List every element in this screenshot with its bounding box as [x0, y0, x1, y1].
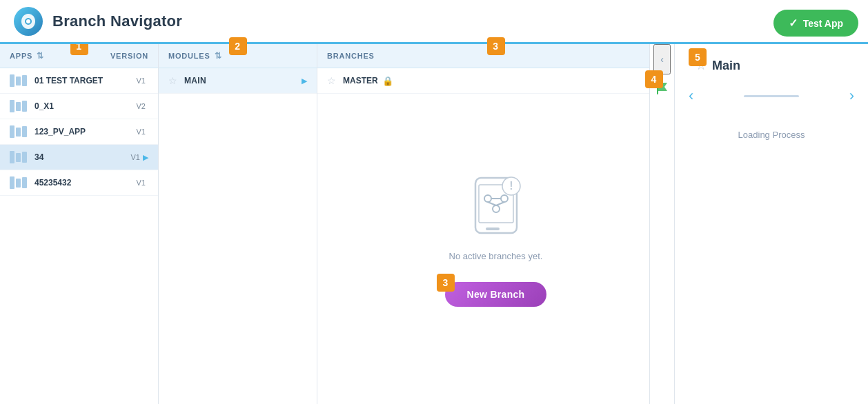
modules-panel-header: 2 MODULES ⇅	[159, 44, 317, 68]
module-name: MAIN	[184, 76, 302, 85]
svg-rect-3	[486, 228, 500, 230]
lock-icon: 🔒	[382, 76, 393, 86]
step-badge-5: 5	[689, 48, 707, 66]
step-badge-2: 2	[229, 37, 247, 55]
svg-point-5	[501, 195, 508, 202]
new-branch-label: New Branch	[467, 289, 525, 300]
app-icon	[10, 99, 29, 113]
preview-panel: 5 ☆ Main ‹ › Loading Process	[675, 44, 868, 404]
app-title: Branch Navigator	[52, 12, 182, 30]
svg-point-0	[26, 19, 30, 23]
branch-right-actions: ‹ 4	[649, 44, 674, 404]
modules-list: ☆ MAIN ▶	[159, 68, 317, 404]
app-header: Branch Navigator ✓ Test App	[0, 0, 868, 44]
app-icon	[10, 150, 29, 164]
app-row-selected[interactable]: 34 V1 ▶	[0, 145, 158, 170]
branch-row[interactable]: ☆ MASTER 🔒	[317, 68, 674, 94]
app-name: 45235432	[34, 178, 137, 188]
svg-line-8	[488, 202, 496, 205]
preview-title: Main	[712, 59, 740, 73]
logo-icon	[19, 12, 37, 30]
app-icon	[10, 74, 29, 88]
test-app-label: Test App	[803, 18, 843, 29]
app-name: 123_PV_APP	[34, 127, 137, 137]
svg-text:!: !	[509, 180, 513, 192]
modules-sort-icon[interactable]: ⇅	[215, 51, 222, 61]
app-name: 34	[34, 152, 131, 162]
modules-panel: 2 MODULES ⇅ ☆ MAIN ▶	[159, 44, 317, 404]
branches-empty-state: ! No active branches yet. 3 New Branch	[317, 94, 674, 404]
app-icon	[10, 125, 29, 139]
preview-prev-button[interactable]: ‹	[689, 87, 693, 105]
app-version: V2	[137, 102, 146, 110]
new-branch-button[interactable]: 3 New Branch	[445, 282, 547, 307]
module-row-selected[interactable]: ☆ MAIN ▶	[159, 68, 317, 94]
app-row[interactable]: 123_PV_APP V1	[0, 119, 158, 145]
arrow-right-icon: ▶	[143, 153, 148, 162]
step-badge-4: 4	[645, 70, 663, 88]
apps-panel: 1 APPS ⇅ VERSION 01 TEST TARGET V1 0_X1 …	[0, 44, 159, 404]
test-app-button[interactable]: ✓ Test App	[773, 10, 858, 37]
app-version: V1	[131, 153, 140, 161]
preview-placeholder	[744, 95, 799, 97]
check-icon: ✓	[789, 17, 798, 30]
star-icon: ☆	[168, 75, 177, 86]
empty-branches-text: No active branches yet.	[449, 251, 543, 261]
modules-header-label: MODULES	[168, 52, 210, 60]
preview-header: 5 ☆ Main	[682, 58, 861, 73]
branches-panel: 3 BRANCHES ⇅ ☆ MASTER 🔒	[317, 44, 675, 404]
step-badge-1: 1	[70, 44, 88, 55]
branch-name: MASTER	[343, 76, 378, 85]
preview-navigation: ‹ ›	[682, 87, 861, 105]
flag-button-container[interactable]: 4	[649, 74, 675, 103]
branches-header-label: BRANCHES	[327, 52, 375, 60]
empty-state-illustration: !	[462, 164, 531, 240]
app-name: 0_X1	[34, 101, 137, 111]
apps-list: 01 TEST TARGET V1 0_X1 V2 123_PV_APP V1	[0, 68, 158, 404]
svg-point-4	[484, 195, 491, 202]
app-row[interactable]: 45235432 V1	[0, 170, 158, 196]
step-badge-3: 3	[487, 37, 505, 55]
apps-header-label: APPS	[10, 52, 32, 60]
step-badge-3-btn: 3	[437, 274, 455, 292]
app-version: V1	[137, 179, 146, 187]
app-row[interactable]: 0_X1 V2	[0, 94, 158, 119]
apps-sort-icon[interactable]: ⇅	[37, 51, 44, 61]
app-name: 01 TEST TARGET	[34, 76, 137, 85]
branches-panel-header: 3 BRANCHES ⇅	[317, 44, 674, 68]
app-version: V1	[137, 77, 146, 85]
preview-loading-text: Loading Process	[738, 130, 805, 140]
svg-point-6	[493, 205, 500, 212]
branch-star-icon: ☆	[327, 75, 336, 86]
module-arrow-icon: ▶	[302, 77, 307, 85]
app-icon	[10, 176, 29, 190]
app-version: V1	[137, 128, 146, 136]
preview-next-button[interactable]: ›	[849, 87, 854, 105]
main-content: 1 APPS ⇅ VERSION 01 TEST TARGET V1 0_X1 …	[0, 44, 868, 404]
apps-panel-header: 1 APPS ⇅ VERSION	[0, 44, 158, 68]
app-logo	[14, 7, 43, 36]
apps-version-label: VERSION	[110, 52, 148, 60]
svg-line-9	[496, 202, 504, 205]
app-row[interactable]: 01 TEST TARGET V1	[0, 68, 158, 94]
